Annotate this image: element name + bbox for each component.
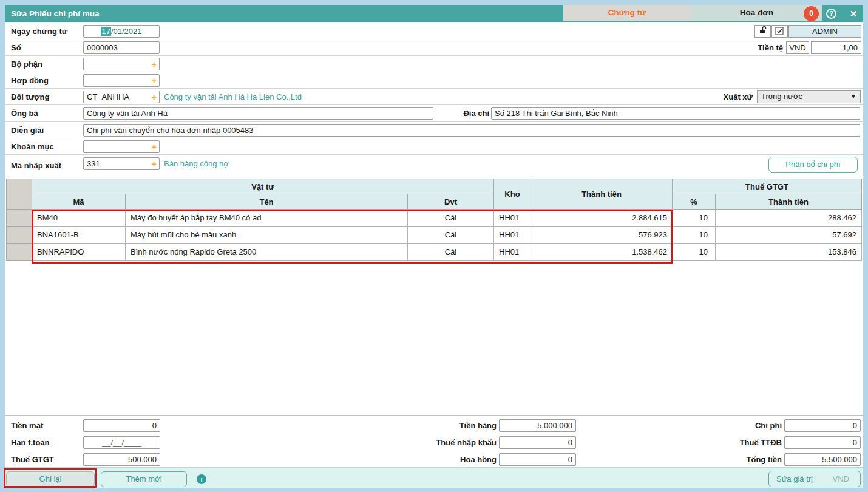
khoan-muc-input[interactable]: + bbox=[83, 140, 160, 153]
thue-nhap-khau-label: Thuế nhập khẩu bbox=[375, 434, 497, 451]
cell-ma[interactable]: BM40 bbox=[32, 210, 126, 227]
ma-nhap-xuat-value: 331 bbox=[87, 159, 100, 168]
col-header-thue-thanh-tien: Thành tiền bbox=[716, 194, 862, 210]
chevron-down-icon: ▼ bbox=[850, 91, 856, 103]
date-input[interactable]: 17/01/2021 bbox=[83, 25, 160, 38]
cell-ten[interactable]: Máy hút mũi cho bé màu xanh bbox=[126, 227, 408, 244]
table-row[interactable]: BM40 Máy đo huyết áp bắp tay BM40 có ad … bbox=[7, 210, 862, 227]
cell-pct[interactable]: 10 bbox=[673, 210, 716, 227]
them-moi-button[interactable]: Thêm mới bbox=[101, 471, 187, 487]
col-group-thue-gtgt: Thuế GTGT bbox=[673, 179, 862, 194]
plus-icon[interactable]: + bbox=[151, 141, 157, 152]
so-input[interactable]: 0000003 bbox=[83, 41, 160, 54]
ghi-lai-button[interactable]: Ghi lại bbox=[6, 471, 95, 487]
cell-kho[interactable]: HH01 bbox=[494, 244, 531, 261]
cell-pct[interactable]: 10 bbox=[673, 227, 716, 244]
date-rest: /01/2021 bbox=[111, 27, 142, 36]
table-row[interactable]: BNNRAPIDO Bình nước nóng Rapido Greta 25… bbox=[7, 244, 862, 261]
plus-icon[interactable]: + bbox=[151, 158, 157, 169]
tien-mat-input[interactable]: 0 bbox=[83, 419, 160, 432]
phan-bo-chi-phi-button[interactable]: Phân bổ chi phí bbox=[768, 157, 858, 173]
cell-ma[interactable]: BNA1601-B bbox=[32, 227, 126, 244]
notification-badge: 0 bbox=[804, 6, 819, 21]
title-bar: Sửa Phiếu chi phí mua Chứng từ Hóa đơn 0… bbox=[5, 5, 863, 22]
ong-ba-input[interactable]: Công ty vận tải Anh Hà bbox=[83, 107, 433, 120]
cell-thanh-tien[interactable]: 2.884.615 bbox=[531, 210, 673, 227]
cell-dvt[interactable]: Cái bbox=[408, 227, 494, 244]
info-icon[interactable]: i bbox=[197, 474, 206, 484]
currency-rate-box[interactable]: 1,00 bbox=[811, 41, 861, 54]
xuat-xu-dropdown[interactable]: Trong nước▼ bbox=[757, 90, 861, 103]
row-selector[interactable] bbox=[7, 210, 32, 227]
cell-thanh-tien[interactable]: 576.923 bbox=[531, 227, 673, 244]
col-group-vat-tu: Vật tư bbox=[32, 179, 494, 194]
col-header-thanh-tien: Thành tiền bbox=[531, 179, 673, 210]
checkbox-icon bbox=[775, 27, 784, 36]
thue-nhap-khau-input[interactable]: 0 bbox=[499, 436, 576, 449]
date-day: 17 bbox=[101, 27, 110, 36]
cell-ten[interactable]: Máy đo huyết áp bắp tay BM40 có ad bbox=[126, 210, 408, 227]
cell-thanh-tien[interactable]: 1.538.462 bbox=[531, 244, 673, 261]
tong-tien-label: Tổng tiền bbox=[668, 451, 782, 468]
so-label: Số bbox=[11, 39, 21, 56]
tab-hoa-don[interactable]: Hóa đơn bbox=[691, 5, 822, 21]
sua-gia-tri-button[interactable]: Sửa giá trịVND bbox=[768, 471, 861, 487]
hop-dong-input[interactable]: + bbox=[83, 74, 160, 87]
lock-button[interactable] bbox=[754, 25, 771, 38]
row-selector[interactable] bbox=[7, 227, 32, 244]
tien-hang-input[interactable]: 5.000.000 bbox=[499, 419, 576, 432]
dien-giai-input[interactable]: Chi phí vận chuyển cho hóa đơn nhập 0005… bbox=[83, 124, 860, 137]
cell-thue[interactable]: 153.846 bbox=[716, 244, 862, 261]
help-icon[interactable]: ? bbox=[826, 9, 836, 19]
xuat-xu-value: Trong nước bbox=[761, 92, 802, 101]
cell-dvt[interactable]: Cái bbox=[408, 244, 494, 261]
han-ttoan-input[interactable]: __/__/____ bbox=[83, 436, 160, 449]
row-selector[interactable] bbox=[7, 244, 32, 261]
dia-chi-label: Địa chỉ bbox=[443, 105, 489, 121]
lock-icon bbox=[759, 26, 767, 35]
ma-nhap-xuat-name: Bán hàng công nợ bbox=[164, 157, 229, 170]
cell-dvt[interactable]: Cái bbox=[408, 210, 494, 227]
cell-ma[interactable]: BNNRAPIDO bbox=[32, 244, 126, 261]
bo-phan-input[interactable]: + bbox=[83, 58, 160, 70]
doi-tuong-code: CT_ANHHA bbox=[87, 92, 129, 101]
hop-dong-label: Hợp đồng bbox=[11, 72, 49, 89]
bo-phan-label: Bộ phận bbox=[11, 56, 42, 72]
chi-phi-input[interactable]: 0 bbox=[784, 419, 861, 432]
cell-pct[interactable]: 10 bbox=[673, 244, 716, 261]
items-table: Vật tư Kho Thành tiền Thuế GTGT Mã Tên Đ… bbox=[6, 179, 862, 261]
khoan-muc-label: Khoản mục bbox=[11, 138, 54, 155]
tien-hang-label: Tiền hàng bbox=[375, 417, 497, 434]
thue-ttdb-label: Thuế TTĐB bbox=[668, 434, 782, 451]
user-badge: ADMIN bbox=[788, 25, 861, 38]
ong-ba-label: Ông bà bbox=[11, 105, 38, 121]
ma-nhap-xuat-input[interactable]: 331+ bbox=[83, 157, 160, 170]
doi-tuong-input[interactable]: CT_ANHHA+ bbox=[83, 91, 160, 103]
thue-ttdb-input[interactable]: 0 bbox=[784, 436, 861, 449]
plus-icon[interactable]: + bbox=[151, 58, 157, 70]
tien-mat-label: Tiền mặt bbox=[11, 417, 43, 434]
col-header-pct: % bbox=[673, 194, 716, 210]
currency-code-box[interactable]: VND bbox=[786, 41, 809, 54]
col-header-ten: Tên bbox=[126, 194, 408, 210]
hoa-hong-input[interactable]: 0 bbox=[499, 453, 576, 466]
thue-gtgt-label: Thuế GTGT bbox=[11, 451, 54, 468]
doi-tuong-label: Đối tượng bbox=[11, 89, 49, 105]
tab-chung-tu[interactable]: Chứng từ bbox=[563, 5, 691, 21]
close-icon[interactable]: ✕ bbox=[847, 5, 860, 22]
sua-gia-tri-currency: VND bbox=[833, 471, 849, 487]
tong-tien-input[interactable]: 5.500.000 bbox=[784, 453, 861, 466]
cell-kho[interactable]: HH01 bbox=[494, 210, 531, 227]
cell-thue[interactable]: 288.462 bbox=[716, 210, 862, 227]
plus-icon[interactable]: + bbox=[151, 91, 157, 103]
plus-icon[interactable]: + bbox=[151, 75, 157, 86]
ma-nhap-xuat-label: Mã nhập xuất bbox=[11, 155, 61, 177]
cell-kho[interactable]: HH01 bbox=[494, 227, 531, 244]
thue-gtgt-input[interactable]: 500.000 bbox=[83, 453, 160, 466]
col-header-ma: Mã bbox=[32, 194, 126, 210]
cell-thue[interactable]: 57.692 bbox=[716, 227, 862, 244]
dia-chi-input[interactable]: Số 218 Thị trấn Gai Bình, Bắc Ninh bbox=[491, 107, 860, 120]
cell-ten[interactable]: Bình nước nóng Rapido Greta 2500 bbox=[126, 244, 408, 261]
checkbox-button[interactable] bbox=[771, 25, 788, 38]
table-row[interactable]: BNA1601-B Máy hút mũi cho bé màu xanh Cá… bbox=[7, 227, 862, 244]
